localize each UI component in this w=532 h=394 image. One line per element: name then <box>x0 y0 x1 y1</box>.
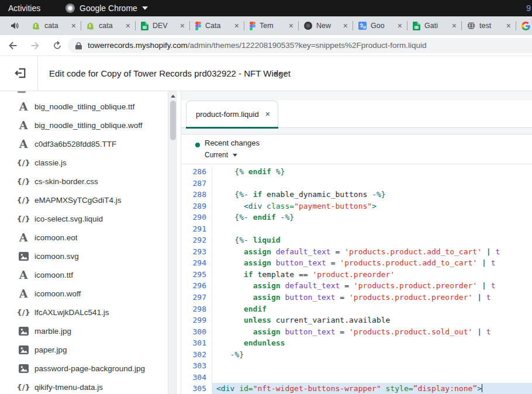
system-status-text: 9 <box>526 0 531 16</box>
font-file-icon: A <box>17 269 30 281</box>
code-line: 292 {%- liquid <box>181 234 532 246</box>
translate-favicon-icon <box>358 22 367 30</box>
line-number: 288 <box>181 189 212 201</box>
file-name: big_noodle_titling_oblique.ttf <box>34 102 134 111</box>
image-file-icon <box>17 252 30 261</box>
browser-tab[interactable]: cata× <box>81 16 136 35</box>
screen: Activities Google Chrome 9 cata×cata×DEV… <box>0 0 532 394</box>
reload-button[interactable] <box>51 40 63 51</box>
browser-tab[interactable]: New× <box>299 16 353 35</box>
activities-button[interactable]: Activities <box>8 0 40 16</box>
line-number: 302 <box>181 349 212 361</box>
file-list-item[interactable]: Abig_noodle_titling_oblique.ttf <box>0 97 168 116</box>
file-list-item[interactable]: {/}cs-skin-border.css <box>0 172 168 191</box>
scroll-up-arrow-icon[interactable] <box>171 95 175 98</box>
code-line: 287 <box>181 178 532 189</box>
tab-close-icon[interactable]: × <box>452 22 457 30</box>
file-name: marble.jpg <box>34 327 71 336</box>
code-line-content: endif <box>212 303 532 315</box>
file-list-item[interactable]: {/}eMAPMXSyTCgGdiT4.js <box>0 191 168 209</box>
google-favicon-icon <box>521 22 530 30</box>
audio-speaker-icon[interactable] <box>11 22 19 32</box>
line-number: 292 <box>181 234 212 246</box>
chrome-logo-icon <box>65 4 75 13</box>
editor-panel: product-form.liquid × Recent changes Cur… <box>181 91 532 394</box>
forward-button[interactable] <box>29 40 41 51</box>
file-list-item[interactable]: {/}qikify-tmenu-data.js <box>0 378 168 394</box>
browser-tab[interactable]: Cata× <box>190 16 244 35</box>
close-icon[interactable]: × <box>265 101 270 127</box>
tab-close-icon[interactable]: × <box>234 22 239 30</box>
system-top-bar: Activities Google Chrome 9 <box>0 0 532 16</box>
tab-close-icon[interactable]: × <box>71 22 76 30</box>
file-list-item[interactable]: Abig_noodle_titling_oblique.woff <box>0 116 168 134</box>
line-number: 300 <box>181 326 212 338</box>
line-number: 287 <box>181 178 212 189</box>
scrollbar-thumb[interactable] <box>170 101 176 140</box>
line-number: 298 <box>181 303 212 315</box>
shopify-favicon-icon <box>87 22 95 30</box>
file-list-item[interactable]: Aicomoon.woff <box>0 284 168 303</box>
tab-close-icon[interactable]: × <box>398 22 402 30</box>
browser-tab-title: Tem <box>260 22 285 30</box>
tab-close-icon[interactable]: × <box>126 22 130 30</box>
chevron-down-icon <box>233 154 237 157</box>
code-line: 302 -%} <box>181 349 532 361</box>
sheets-favicon-icon <box>413 22 420 30</box>
file-list-item[interactable]: Aicomoon.ttf <box>0 265 168 284</box>
file-list-item[interactable]: paper.jpg <box>0 340 168 359</box>
browser-tab[interactable]: DEV× <box>136 16 190 35</box>
browser-tab[interactable]: test× <box>462 16 516 35</box>
editor-tab-bar: product-form.liquid × <box>181 101 532 128</box>
browser-tab[interactable]: Goo× <box>353 16 407 35</box>
file-list-item[interactable]: marble.jpg <box>0 322 168 340</box>
padlock-icon[interactable] <box>75 42 82 52</box>
code-line: 288 {%- if enable_dynamic_buttons -%} <box>181 189 532 201</box>
line-number: 291 <box>181 223 212 235</box>
version-dropdown[interactable]: Current <box>205 151 237 159</box>
code-line-content: {%- endif -%} <box>212 212 532 223</box>
back-button[interactable] <box>7 40 19 51</box>
browser-tab[interactable] <box>516 16 532 35</box>
tab-close-icon[interactable]: × <box>343 22 348 30</box>
version-label: Current <box>205 151 228 159</box>
exit-button[interactable] <box>14 67 27 80</box>
file-list-item[interactable]: {/}ico-select.svg.liquid <box>0 209 168 228</box>
browser-tab[interactable]: Gati× <box>407 16 462 35</box>
code-line: 289 <div class="payment-buttons"> <box>181 201 532 212</box>
tab-close-icon[interactable]: × <box>506 22 511 30</box>
header-divider <box>37 56 38 91</box>
file-list-item[interactable]: Ac0df3a6b528fdd85.TTF <box>0 134 168 153</box>
code-line-content: unless current_variant.available <box>212 314 532 326</box>
browser-tab-title: cata <box>99 22 122 30</box>
file-list-item[interactable]: {/}lfcAXLwjkDALc541.js <box>0 303 168 322</box>
code-file-icon: {/} <box>17 177 30 186</box>
line-number: 301 <box>181 337 212 349</box>
code-file-icon: {/} <box>17 383 30 392</box>
file-list-item[interactable]: icomoon.svg <box>0 247 168 265</box>
code-line: 295 if template == 'product.preorder' <box>181 269 532 281</box>
line-number: 295 <box>181 269 212 281</box>
file-name: icomoon.woff <box>34 289 81 298</box>
browser-tab[interactable]: cata× <box>27 16 81 35</box>
shopify-favicon-icon <box>32 22 40 30</box>
editor-file-tab[interactable]: product-form.liquid × <box>186 101 278 128</box>
file-list-item[interactable]: Aicomoon.eot <box>0 228 168 247</box>
code-line-content: assign default_text = 'products.product.… <box>212 280 532 292</box>
sidebar-scrollbar[interactable] <box>168 91 177 394</box>
recent-changes-panel: Recent changes Current <box>181 134 532 164</box>
tab-close-icon[interactable]: × <box>289 22 293 30</box>
code-line: 286 {% endif %} <box>181 166 532 178</box>
tab-close-icon[interactable]: × <box>180 22 185 30</box>
more-actions-button[interactable] <box>275 71 290 76</box>
file-list-item[interactable]: password-page-background.jpg <box>0 359 168 378</box>
url-domain: towerrecords.myshopify.com <box>88 41 188 50</box>
browser-tab[interactable]: Tem× <box>244 16 299 35</box>
file-list-item[interactable]: {/}classie.js <box>0 153 168 172</box>
code-editor[interactable]: 286 {% endif %}287288 {%- if enable_dyna… <box>181 164 532 394</box>
code-line-content: assign button_text = 'products.product.p… <box>212 292 532 303</box>
page-title: Edit code for Copy of Tower Records prd0… <box>49 56 291 91</box>
address-bar[interactable]: towerrecords.myshopify.com/admin/themes/… <box>68 38 532 53</box>
font-file-icon: A <box>17 101 30 112</box>
app-menu[interactable]: Google Chrome <box>65 0 148 16</box>
